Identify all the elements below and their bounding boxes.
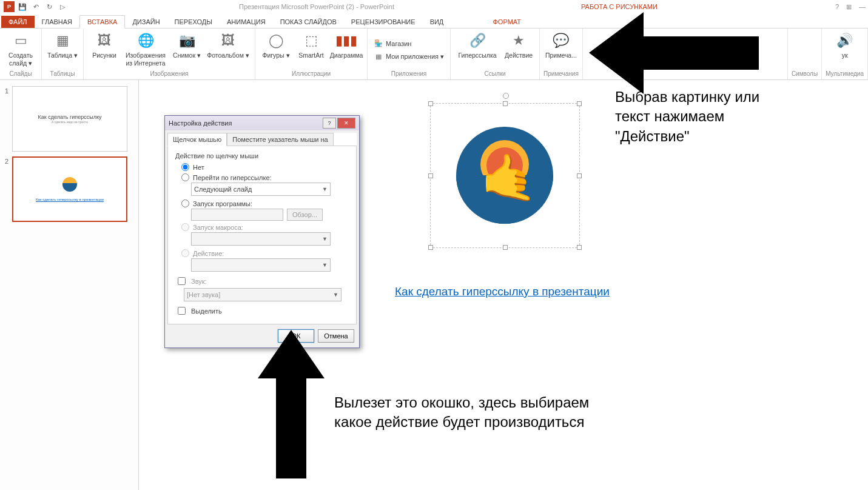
- speaker-icon: 🔊: [835, 31, 855, 50]
- tab-home[interactable]: ГЛАВНАЯ: [35, 16, 79, 28]
- dialog-close-button[interactable]: ✕: [337, 118, 355, 129]
- new-slide-icon: ▭: [11, 31, 30, 50]
- tab-slideshow[interactable]: ПОКАЗ СЛАЙДОВ: [273, 16, 344, 28]
- check-highlight[interactable]: Выделить: [175, 305, 349, 317]
- radio-run-program[interactable]: Запуск программы:: [181, 200, 349, 207]
- store-button[interactable]: 🏪Магазин: [371, 38, 414, 50]
- resize-handle[interactable]: [503, 245, 508, 250]
- app-icon: P: [4, 1, 15, 12]
- media-sound-button[interactable]: 🔊ук: [828, 30, 862, 61]
- slide-image[interactable]: 🤙: [456, 127, 553, 224]
- hyperlink-combo[interactable]: Следующий слайд▼: [191, 183, 331, 196]
- sound-combo: [Нет звука]▼: [184, 288, 341, 301]
- tab-animation[interactable]: АНИМАЦИЯ: [220, 16, 273, 28]
- chevron-down-icon: ▼: [322, 236, 328, 242]
- radio-hyperlink-input[interactable]: [181, 173, 189, 181]
- comment-icon: 💬: [551, 31, 571, 50]
- check-highlight-input[interactable]: [178, 307, 186, 315]
- radio-macro: Запуск макроса:: [181, 223, 349, 231]
- thumb2-link: Как сделать гиперссылку в презентации: [36, 198, 104, 201]
- radio-action: Действие:: [181, 249, 349, 257]
- program-path-input[interactable]: [191, 209, 283, 221]
- my-apps-button[interactable]: ▦Мои приложения ▾: [371, 51, 446, 63]
- check-sound[interactable]: Звук:: [175, 275, 349, 287]
- shaka-hand-icon: 🤙: [480, 151, 537, 204]
- dialog-tab-hover[interactable]: Поместите указатель мыши на: [227, 133, 334, 146]
- shapes-icon: ◯: [266, 31, 286, 50]
- chevron-down-icon: ▼: [322, 262, 328, 268]
- tab-transitions[interactable]: ПЕРЕХОДЫ: [167, 16, 220, 28]
- myapps-icon: ▦: [374, 52, 383, 62]
- shapes-button[interactable]: ◯Фигуры ▾: [259, 30, 293, 61]
- new-slide-button[interactable]: ▭Создать слайд ▾: [4, 30, 38, 68]
- screenshot-icon: 📷: [177, 31, 197, 50]
- tab-insert[interactable]: ВСТАВКА: [79, 15, 125, 29]
- help-icon[interactable]: ?: [835, 3, 839, 11]
- dialog-tab-click[interactable]: Щелчок мышью: [167, 133, 227, 146]
- radio-run-input[interactable]: [181, 200, 189, 207]
- photo-album-button[interactable]: 🖼Фотоальбом ▾: [205, 30, 251, 61]
- smartart-icon: ⬚: [301, 31, 321, 50]
- minimize-icon[interactable]: —: [859, 3, 866, 11]
- group-slides-label: Слайды: [9, 70, 32, 78]
- resize-handle[interactable]: [428, 173, 433, 178]
- chevron-down-icon: ▼: [333, 292, 338, 298]
- annotation-bottom: Вылезет это окошко, здесь выбираем какое…: [334, 393, 625, 432]
- slide-canvas[interactable]: Выбрав картинку или текст нажимаем "Дейс…: [139, 80, 868, 490]
- slideshow-icon[interactable]: ▷: [57, 1, 68, 12]
- action-icon: ★: [509, 31, 528, 50]
- window-title: Презентация Microsoft PowerPoint (2) - P…: [239, 3, 394, 10]
- tab-design[interactable]: ДИЗАЙН: [125, 16, 167, 28]
- online-pictures-button[interactable]: 🌐Изображения из Интернета: [123, 30, 169, 68]
- ribbon-opts-icon[interactable]: ⊞: [846, 3, 852, 11]
- dialog-title-bar[interactable]: Настройка действия ? ✕: [165, 116, 359, 130]
- tab-view[interactable]: ВИД: [423, 16, 451, 28]
- radio-none[interactable]: Нет: [181, 163, 349, 171]
- group-illustrations-label: Иллюстрации: [292, 70, 331, 78]
- resize-handle[interactable]: [503, 101, 508, 106]
- arrow-up-annotation: [258, 330, 325, 478]
- save-icon[interactable]: 💾: [17, 1, 28, 12]
- resize-handle[interactable]: [577, 101, 582, 106]
- thumbnail-2[interactable]: Как сделать гиперссылку в презентации: [12, 156, 127, 222]
- radio-none-input[interactable]: [181, 163, 189, 171]
- pictures-button[interactable]: 🖼Рисунки: [87, 30, 121, 61]
- group-apps-label: Приложения: [391, 70, 427, 78]
- redo-icon[interactable]: ↻: [44, 1, 55, 12]
- thumbnail-1[interactable]: Как сделать гиперссылку А сделать надо н…: [12, 86, 127, 152]
- browse-button[interactable]: Обзор...: [287, 209, 323, 221]
- annotation-right: Выбрав картинку или текст нажимаем "Дейс…: [615, 87, 767, 146]
- check-sound-input[interactable]: [178, 277, 186, 285]
- comment-button[interactable]: 💬Примеча...: [544, 30, 578, 61]
- action-button[interactable]: ★Действие: [502, 30, 536, 61]
- radio-macro-input: [181, 223, 189, 231]
- radio-hyperlink[interactable]: Перейти по гиперссылке:: [181, 173, 349, 181]
- resize-handle[interactable]: [577, 173, 582, 178]
- tab-review[interactable]: РЕЦЕНЗИРОВАНИЕ: [344, 16, 423, 28]
- action-settings-dialog: Настройка действия ? ✕ Щелчок мышью Поме…: [164, 115, 360, 348]
- group-symbols-label: Символы: [792, 70, 818, 78]
- store-icon: 🏪: [374, 39, 383, 49]
- selection-box[interactable]: 🤙: [430, 103, 580, 248]
- hyperlink-button[interactable]: 🔗Гиперссылка: [454, 30, 500, 61]
- macro-combo: ▼: [191, 232, 331, 246]
- slide-thumbnails[interactable]: 1 Как сделать гиперссылку А сделать надо…: [0, 80, 139, 490]
- undo-icon[interactable]: ↶: [30, 1, 41, 12]
- table-button[interactable]: ▦Таблица ▾: [45, 30, 79, 61]
- group-comments-label: Примечания: [543, 70, 579, 78]
- slide-hyperlink[interactable]: Как сделать гиперссылку в презентации: [395, 285, 610, 298]
- dialog-title: Настройка действия: [169, 119, 232, 127]
- dialog-help-button[interactable]: ?: [323, 118, 336, 129]
- resize-handle[interactable]: [428, 245, 433, 250]
- resize-handle[interactable]: [428, 101, 433, 106]
- workspace: 1 Как сделать гиперссылку А сделать надо…: [0, 80, 868, 490]
- tab-file[interactable]: ФАЙЛ: [1, 16, 35, 28]
- smartart-button[interactable]: ⬚SmartArt: [294, 30, 328, 61]
- tab-format[interactable]: ФОРМАТ: [486, 16, 529, 28]
- screenshot-button[interactable]: 📷Снимок ▾: [170, 30, 204, 61]
- table-icon: ▦: [53, 31, 72, 50]
- chart-button[interactable]: ▮▮▮Диаграмма: [329, 30, 363, 61]
- thumb-number: 1: [5, 86, 12, 95]
- resize-handle[interactable]: [577, 245, 582, 250]
- rotate-handle[interactable]: [503, 93, 509, 99]
